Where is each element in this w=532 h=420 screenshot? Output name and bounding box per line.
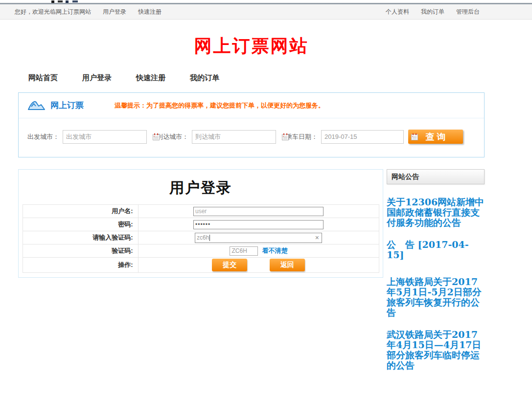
to-city-label: 到达城市：: [157, 133, 188, 141]
login-title: 用户登录: [19, 178, 383, 198]
tab-text-fragment: [58, 0, 63, 2]
topbar-right-group: 个人资料 我的订单 管理后台: [386, 8, 480, 16]
password-cell: [138, 218, 379, 231]
captcha-entry-cell: zc6h ×: [138, 231, 379, 244]
topbar-link-profile[interactable]: 个人资料: [386, 8, 409, 16]
welcome-text: 您好，欢迎光临网上订票网站: [15, 8, 91, 16]
site-title: 网上订票网站: [18, 34, 485, 58]
captcha-entry-label: 请输入验证码:: [23, 231, 138, 244]
tab-text-fragment: [66, 0, 69, 3]
from-city-field-wrap: [63, 130, 147, 144]
clear-input-icon[interactable]: ×: [315, 234, 322, 241]
username-label: 用户名:: [23, 205, 138, 218]
search-form: 出发城市： 到达城市：: [19, 130, 484, 144]
captcha-refresh-link[interactable]: 看不清楚: [262, 246, 288, 255]
topbar-left-group: 您好，欢迎光临网上订票网站 用户登录 快速注册: [15, 8, 162, 16]
username-input[interactable]: [193, 207, 324, 216]
actions-cell: 提交 返回: [138, 258, 379, 273]
main-nav: 网站首页 用户登录 快速注册 我的订单: [18, 73, 485, 83]
actions-label: 操作:: [23, 258, 138, 273]
search-panel-brand: 网上订票: [50, 100, 84, 111]
topbar: 您好，欢迎光临网上订票网站 用户登录 快速注册 个人资料 我的订单 管理后台: [0, 4, 532, 20]
captcha-cell: ZC6H 看不清楚: [138, 244, 379, 258]
nav-item-home[interactable]: 网站首页: [28, 73, 58, 83]
browser-window-top-fragment: [0, 0, 532, 3]
tab-text-fragment: [72, 0, 78, 2]
tab-text-fragment: [51, 0, 54, 3]
ride-date-field-wrap: [321, 130, 404, 144]
captcha-label: 验证码:: [23, 244, 138, 258]
nav-item-my-orders[interactable]: 我的订单: [190, 73, 219, 83]
to-city-field-wrap: [192, 130, 276, 144]
username-row: 用户名:: [23, 205, 379, 218]
login-panel: 用户登录 用户名: 密码: 请输入验证码:: [18, 169, 383, 278]
ticket-search-panel: 网上订票 温馨提示：为了提高您的得票率，建议您提前下单，以便更好的为您服务。 出…: [18, 92, 485, 157]
topbar-link-my-orders[interactable]: 我的订单: [421, 8, 444, 16]
announcement-header: 网站公告: [387, 169, 485, 184]
ride-date-input[interactable]: [322, 132, 411, 142]
calendar-icon[interactable]: [152, 133, 160, 141]
captcha-code-box: ZC6H: [230, 246, 258, 256]
announcement-link[interactable]: 武汉铁路局关于2017年4月15日—4月17日部分旅客列车临时停运的公告: [387, 330, 485, 371]
from-city-input[interactable]: [63, 132, 152, 142]
search-panel-header: 网上订票 温馨提示：为了提高您的得票率，建议您提前下单，以便更好的为您服务。: [19, 93, 484, 118]
calendar-icon[interactable]: [411, 133, 418, 141]
submit-button[interactable]: 提交: [212, 259, 247, 271]
page-container: 网上订票网站 网站首页 用户登录 快速注册 我的订单 网上订票 温馨提示：为了提…: [18, 34, 485, 382]
nav-item-register[interactable]: 快速注册: [136, 73, 165, 83]
to-city-input[interactable]: [192, 132, 281, 142]
captcha-group: ZC6H 看不清楚: [230, 246, 288, 256]
password-input[interactable]: [193, 220, 324, 229]
topbar-link-register[interactable]: 快速注册: [138, 8, 162, 16]
captcha-input-value: zc6h: [195, 234, 209, 241]
actions-row: 操作: 提交 返回: [23, 258, 379, 273]
announcement-list: 关于12306网站新增中国邮政储蓄银行直接支付服务功能的公告 公 告 [2017…: [387, 197, 485, 371]
login-form-table: 用户名: 密码: 请输入验证码: zc6h: [23, 204, 379, 273]
ride-date-label: 乘车日期：: [286, 133, 318, 141]
announcement-link[interactable]: 关于12306网站新增中国邮政储蓄银行直接支付服务功能的公告: [387, 197, 485, 228]
captcha-display-row: 验证码: ZC6H 看不清楚: [23, 244, 379, 258]
topbar-link-login[interactable]: 用户登录: [103, 8, 126, 16]
topbar-link-admin[interactable]: 管理后台: [456, 8, 480, 16]
announcement-sidebar: 网站公告 关于12306网站新增中国邮政储蓄银行直接支付服务功能的公告 公 告 …: [387, 169, 485, 382]
username-cell: [138, 205, 379, 218]
announcement-link[interactable]: 上海铁路局关于2017年5月1日-5月2日部分旅客列车恢复开行的公告: [387, 277, 485, 318]
captcha-entry-row: 请输入验证码: zc6h ×: [23, 231, 379, 244]
password-row: 密码:: [23, 218, 379, 231]
nav-item-login[interactable]: 用户登录: [82, 73, 112, 83]
password-label: 密码:: [23, 218, 138, 231]
announcement-link[interactable]: 公 告 [2017-04-15]: [387, 240, 485, 260]
captcha-input[interactable]: zc6h ×: [195, 233, 322, 243]
topbar-inner: 您好，欢迎光临网上订票网站 用户登录 快速注册 个人资料 我的订单 管理后台: [15, 4, 480, 19]
text-caret: [209, 235, 210, 241]
ticket-logo-icon: [27, 100, 46, 111]
main-content-row: 用户登录 用户名: 密码: 请输入验证码:: [18, 169, 485, 382]
back-button[interactable]: 返回: [270, 259, 305, 271]
from-city-label: 出发城市：: [27, 133, 59, 141]
warm-tip-text: 温馨提示：为了提高您的得票率，建议您提前下单，以便更好的为您服务。: [115, 101, 324, 110]
calendar-icon[interactable]: [281, 133, 289, 141]
